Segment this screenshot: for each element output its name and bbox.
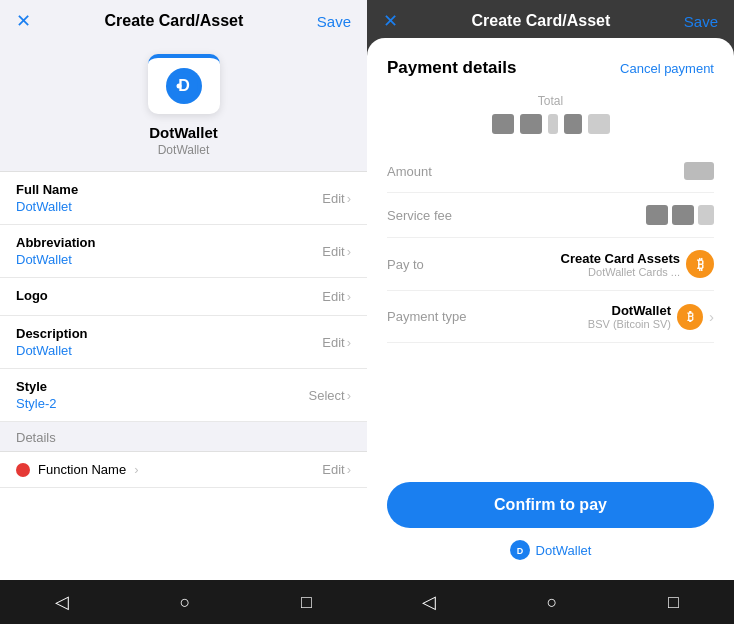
dotwallet-footer-logo: D [510,540,530,560]
field-value-style: Style-2 [16,396,56,411]
payment-title: Payment details [387,58,516,78]
total-block-2 [520,114,542,134]
right-top-bar: ✕ Create Card/Asset Save [367,0,734,38]
service-block-3 [698,205,714,225]
right-title: Create Card/Asset [472,12,611,30]
left-title: Create Card/Asset [105,12,244,30]
payment-type-label: Payment type [387,309,467,324]
right-nav-square-icon[interactable]: □ [668,592,679,613]
payment-card: Payment details Cancel payment Total Amo… [367,38,734,580]
field-value-abbreviation: DotWallet [16,252,95,267]
payto-label: Pay to [387,257,424,272]
fields-list: Full Name DotWallet Edit › Abbreviation … [0,171,367,580]
left-nav-bar: ◁ ○ □ [0,580,367,624]
total-block-3 [548,114,558,134]
field-row-fullname: Full Name DotWallet Edit › [0,172,367,225]
field-label-fullname: Full Name [16,182,78,197]
chevron-icon-logo: › [347,289,351,304]
service-fee-blocks [646,205,714,225]
payment-type-sub: BSV (Bitcoin SV) [588,318,671,330]
nav-square-icon[interactable]: □ [301,592,312,613]
field-select-style[interactable]: Select › [309,388,351,403]
confirm-pay-button[interactable]: Confirm to pay [387,482,714,528]
function-row: Function Name › Edit › [0,452,367,488]
logo-subname: DotWallet [158,143,210,157]
field-left-fullname: Full Name DotWallet [16,182,78,214]
logo-card: D [148,54,220,114]
field-row-style: Style Style-2 Select › [0,369,367,422]
svg-point-2 [176,84,181,89]
field-row-description: Description DotWallet Edit › [0,316,367,369]
chevron-icon-payment-type[interactable]: › [709,308,714,325]
nav-home-icon[interactable]: ○ [180,592,191,613]
total-section: Total [387,94,714,134]
field-left-logo: Logo [16,288,48,305]
right-nav-back-icon[interactable]: ◁ [422,591,436,613]
dotwallet-footer-text: DotWallet [536,543,592,558]
payto-main: Create Card Assets [561,251,680,266]
logo-icon: D [166,68,202,104]
payto-text-stack: Create Card Assets DotWallet Cards ... [561,251,680,278]
chevron-icon-fullname: › [347,191,351,206]
amount-block [684,162,714,180]
payment-type-main: DotWallet [612,303,671,318]
right-nav-bar: ◁ ○ □ [367,580,734,624]
details-section-header: Details [0,422,367,452]
field-row-abbreviation: Abbreviation DotWallet Edit › [0,225,367,278]
chevron-icon-function-edit: › [347,462,351,477]
payment-type-text-stack: DotWallet BSV (Bitcoin SV) [588,303,671,330]
cancel-payment-button[interactable]: Cancel payment [620,61,714,76]
field-label-description: Description [16,326,88,341]
right-panel: ✕ Create Card/Asset Save Payment details… [367,0,734,624]
dotwallet-logo-icon: D [169,71,199,101]
field-edit-fullname[interactable]: Edit › [322,191,351,206]
left-save-button[interactable]: Save [317,13,351,30]
nav-back-icon[interactable]: ◁ [55,591,69,613]
chevron-icon-description: › [347,335,351,350]
total-block-5 [588,114,610,134]
amount-value [684,162,714,180]
right-save-button[interactable]: Save [684,13,718,30]
function-edit-btn[interactable]: Edit › [322,462,351,477]
field-edit-abbreviation[interactable]: Edit › [322,244,351,259]
bsv-icon-payto: ₿ [686,250,714,278]
left-top-bar: ✕ Create Card/Asset Save [0,0,367,38]
service-fee-label: Service fee [387,208,452,223]
amount-label: Amount [387,164,432,179]
function-left: Function Name › [16,462,139,477]
service-block-1 [646,205,668,225]
field-left-abbreviation: Abbreviation DotWallet [16,235,95,267]
payment-header: Payment details Cancel payment [387,58,714,78]
payment-rows: Amount Service fee Pay to Cr [387,150,714,466]
field-row-logo: Logo Edit › [0,278,367,316]
left-panel: ✕ Create Card/Asset Save D DotWallet Dot… [0,0,367,624]
logo-section: D DotWallet DotWallet [0,38,367,171]
payto-value: Create Card Assets DotWallet Cards ... ₿ [561,250,714,278]
field-left-style: Style Style-2 [16,379,56,411]
field-label-style: Style [16,379,56,394]
left-close-button[interactable]: ✕ [16,12,31,30]
logo-name: DotWallet [149,124,218,141]
payment-row-type: Payment type DotWallet BSV (Bitcoin SV) … [387,291,714,343]
function-name-text: Function Name [38,462,126,477]
field-left-description: Description DotWallet [16,326,88,358]
svg-text:D: D [516,546,523,556]
right-close-button[interactable]: ✕ [383,12,398,30]
field-edit-logo[interactable]: Edit › [322,289,351,304]
right-nav-home-icon[interactable]: ○ [547,592,558,613]
field-label-abbreviation: Abbreviation [16,235,95,250]
dotwallet-small-icon: D [512,542,528,558]
total-block-4 [564,114,582,134]
field-edit-description[interactable]: Edit › [322,335,351,350]
chevron-icon-function: › [134,462,138,477]
chevron-icon-style: › [347,388,351,403]
payto-sub: DotWallet Cards ... [588,266,680,278]
payment-row-service-fee: Service fee [387,193,714,238]
payment-row-amount: Amount [387,150,714,193]
total-label: Total [538,94,563,108]
service-block-2 [672,205,694,225]
payment-row-payto: Pay to Create Card Assets DotWallet Card… [387,238,714,291]
bsv-icon-type: ₿ [677,304,703,330]
chevron-icon-abbreviation: › [347,244,351,259]
field-label-logo: Logo [16,288,48,303]
